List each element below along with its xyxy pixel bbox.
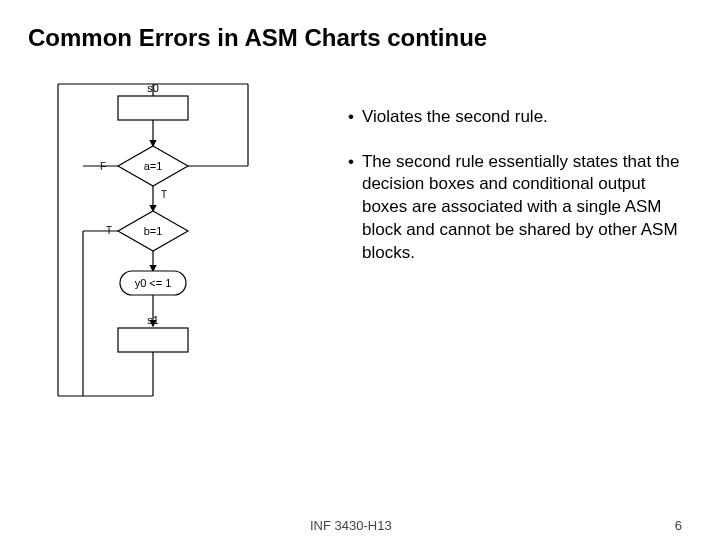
- bullet-dot-icon: •: [348, 106, 354, 129]
- content-row: s0 a=1: [28, 76, 692, 420]
- bullet-1-text: Violates the second rule.: [362, 106, 548, 129]
- footer-course: INF 3430-H13: [310, 518, 392, 533]
- bullet-1: • Violates the second rule.: [348, 106, 692, 129]
- decision-b-text: b=1: [144, 225, 163, 237]
- state-s1-label: s1: [147, 314, 159, 326]
- diagram-column: s0 a=1: [28, 76, 328, 420]
- bullet-2: • The second rule essentially states tha…: [348, 151, 692, 266]
- asm-svg: s0 a=1: [28, 76, 288, 416]
- footer-page-number: 6: [675, 518, 682, 533]
- bullet-dot-icon: •: [348, 151, 354, 266]
- asm-diagram: s0 a=1: [28, 76, 328, 420]
- decision-a-text: a=1: [144, 160, 163, 172]
- a-true-label: T: [161, 189, 167, 200]
- text-column: • Violates the second rule. • The second…: [348, 76, 692, 420]
- state-s1-box: [118, 328, 188, 352]
- cond-output-text: y0 <= 1: [135, 277, 172, 289]
- slide-title: Common Errors in ASM Charts continue: [28, 24, 692, 52]
- bullet-2-text: The second rule essentially states that …: [362, 151, 692, 266]
- slide: Common Errors in ASM Charts continue s0: [0, 0, 720, 540]
- state-s0-box: [118, 96, 188, 120]
